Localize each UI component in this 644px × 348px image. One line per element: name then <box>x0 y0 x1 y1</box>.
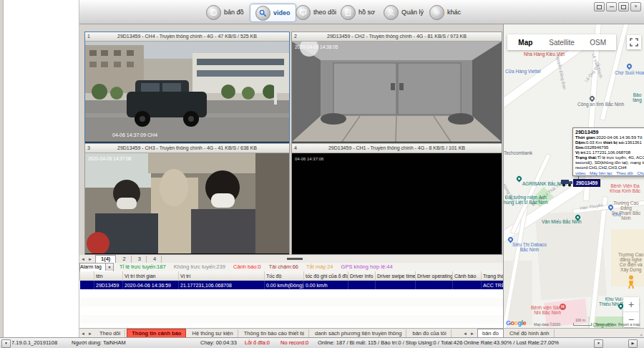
video-cell-3[interactable]: 3 29D13459 - CH3 - Truyền thông chính - … <box>84 143 290 255</box>
video-cell-2[interactable]: 2 29D13459 - CH2 - Truyền thông chính - … <box>291 32 502 143</box>
stat-shutdown: Tắt máy:24 <box>306 264 333 270</box>
map-mode-satellite[interactable]: Satellite <box>544 39 580 47</box>
video-feed-outdoor[interactable]: 04-06 14:37:09 CH4 <box>85 42 289 142</box>
cell-driver-swipe <box>376 281 416 290</box>
table-header-row: tên Vị trí thời gian Vị trí Tốc độ tốc đ… <box>80 271 504 281</box>
video-feed-cabin[interactable]: 2020-04-06 14:37:08 <box>85 153 289 253</box>
col-disk-speed[interactable]: tốc độ ghi của ổ đĩa <box>304 271 348 281</box>
col-driver-swipe[interactable]: Driver swipe time <box>376 271 416 281</box>
video-number: 4 <box>294 144 297 153</box>
popup-row: Dặm:0.03 Km thiết bị số:1361361 <box>575 140 644 145</box>
video-title: 29D13459 - CH1 - Truyền thông chính - 4G… <box>328 145 465 150</box>
video-feed-cargo[interactable]: 2020-04-06 14:38:05 <box>292 42 502 142</box>
toolbar-button-label: video <box>273 9 291 16</box>
current-user: Người dùng: TaiNHAM <box>72 338 126 348</box>
toolbar-button-label: Quản lý <box>401 9 424 16</box>
chevron-down-icon: ▼ <box>105 264 113 271</box>
col-driver-info[interactable]: Driver Info <box>348 271 376 281</box>
col-speed[interactable]: Tốc độ <box>265 271 304 281</box>
minimize-button[interactable] <box>606 2 617 11</box>
video-cell-4[interactable]: 4 29D13459 - CH1 - Truyền thông chính - … <box>291 143 502 255</box>
map-type-control: Map Satellite OSM <box>507 34 616 50</box>
page-tab-4[interactable]: 4 <box>148 256 162 263</box>
toolbar-button-records[interactable]: hồ sơ <box>336 4 380 21</box>
toolbar-button-other[interactable]: khác <box>424 4 466 21</box>
map-mode-osm[interactable]: OSM <box>580 39 616 47</box>
video-title-bar: 1 29D13459 - CH4 - Truyền thông chính - … <box>85 32 289 42</box>
cell-position: 21.177231,106.068708 <box>179 281 265 290</box>
col-alarm[interactable]: Cảnh báo <box>453 271 482 281</box>
col-name[interactable]: tên <box>94 271 123 281</box>
map-panel[interactable]: Đường Lý Thái Tổ Lê Văn Thịnh Lê Quý Đôn… <box>503 24 644 328</box>
popup-links: video Máy liên lạc Theo dõi Chụp h <box>575 171 644 176</box>
cell-driver-operating <box>416 281 453 290</box>
col-driver-operating[interactable]: Driver operating tim <box>416 271 453 281</box>
close-button[interactable]: × <box>630 2 641 11</box>
map-mode-map[interactable]: Map <box>507 39 544 47</box>
video-number: 2 <box>294 32 297 41</box>
page-tab-1[interactable]: 1(4) <box>95 255 116 263</box>
popup-link-video[interactable]: video <box>575 171 585 175</box>
report-error-link[interactable]: Report a map error <box>618 322 644 328</box>
toolbar-button-map[interactable]: bản đồ <box>201 4 249 21</box>
poi-label: Văn Miếu Bắc Ninh <box>542 219 582 224</box>
google-logo: Google <box>506 319 526 327</box>
stat-gps-invalid: GPS không hợp lệ:44 <box>341 264 393 270</box>
poi-label: Chợ <box>613 212 622 217</box>
vehicle-marker[interactable]: 29D13459 <box>561 178 600 187</box>
page-tab-2[interactable]: 2 <box>117 256 131 263</box>
statusbar-dropdown-icon[interactable]: ▼ <box>594 339 603 348</box>
table-row[interactable]: 29D13459 2020-04-06 14:36:59 21.177231,1… <box>80 281 504 290</box>
video-cell-1[interactable]: 1 29D13459 - CH4 - Truyền thông chính - … <box>84 32 290 143</box>
map-pin-icon[interactable] <box>626 63 633 70</box>
map-tab-strip: ◄► bản đồ Chế độ hình ảnh < <box>462 328 644 338</box>
fullscreen-icon[interactable] <box>627 35 641 49</box>
empty-row <box>79 306 503 315</box>
pegman-icon[interactable] <box>627 275 635 292</box>
map-pin-icon[interactable] <box>516 175 523 183</box>
zoom-in-button[interactable]: + <box>623 297 639 311</box>
toolbar-button-track[interactable]: theo dõi <box>291 4 341 21</box>
page-prev-icon[interactable]: ◄ <box>79 257 87 261</box>
video-number: 3 <box>87 144 90 153</box>
popup-link-track[interactable]: Theo dõi <box>616 171 633 175</box>
cell-selector <box>80 281 94 290</box>
splitter-handle[interactable] <box>287 258 303 260</box>
toolbar-button-label: hồ sơ <box>358 9 375 16</box>
cell-status: ACC TRÊN,Tải chậ <box>482 281 504 290</box>
page-next-icon[interactable]: ► <box>87 257 94 261</box>
rate-summary: Online Rate:43.90% / Lost Rate:27.00% <box>464 338 559 348</box>
window-controls: × <box>594 2 641 11</box>
col-status[interactable]: Trạng thái <box>482 271 504 281</box>
toolbar-button-manage[interactable]: Quản lý <box>379 4 429 21</box>
popup-row: record:CH1,CH2,CH3,CH4 <box>575 165 644 170</box>
float-window-button[interactable] <box>594 2 605 11</box>
magnifier-icon <box>255 6 270 21</box>
video-number: 1 <box>87 32 90 41</box>
poi-label: Bệnh Viện Đa Khoa Kinh Bắc <box>610 183 640 193</box>
empty-row <box>79 315 503 324</box>
hospital-marker-icon[interactable]: H <box>560 304 566 310</box>
toolbar-button-video[interactable]: video <box>250 4 296 22</box>
video-overlay-timestamp: 2020-04-06 14:37:08 <box>88 156 132 161</box>
video-title: 29D13459 - CH4 - Truyền thông chính - 4G… <box>117 34 257 39</box>
statusbar-play-icon[interactable]: ▶ <box>628 339 638 348</box>
statusbar-collapse-icon[interactable]: ▼ <box>1 339 11 348</box>
map-icon <box>206 5 221 20</box>
page-tab-3[interactable]: 3 <box>133 256 147 263</box>
scale-label: 100 m <box>575 318 585 322</box>
col-position-time[interactable]: Vị trí thời gian <box>123 271 179 281</box>
stat-slow-load: Tải chậm:66 <box>269 264 298 270</box>
toolbar-button-label: theo dõi <box>313 9 336 16</box>
vehicle-marker-label: 29D13459 <box>573 179 600 187</box>
toolbar-button-label: bản đồ <box>224 9 244 16</box>
col-selector[interactable] <box>80 271 94 281</box>
video-feed-dark[interactable]: 04-06 14:37:06 <box>292 153 502 253</box>
poi-label: Siêu Thị Dabaco Bắc Ninh <box>512 242 547 252</box>
maximize-button[interactable] <box>618 2 629 11</box>
col-position[interactable]: Vị trí <box>179 271 265 281</box>
popup-link-intercom[interactable]: Máy liên lạc <box>590 171 613 175</box>
poi-label: Chợ Suối Hoa <box>615 70 644 75</box>
scale-bar <box>573 323 592 326</box>
terms-link[interactable]: Terms of Use <box>595 322 616 327</box>
